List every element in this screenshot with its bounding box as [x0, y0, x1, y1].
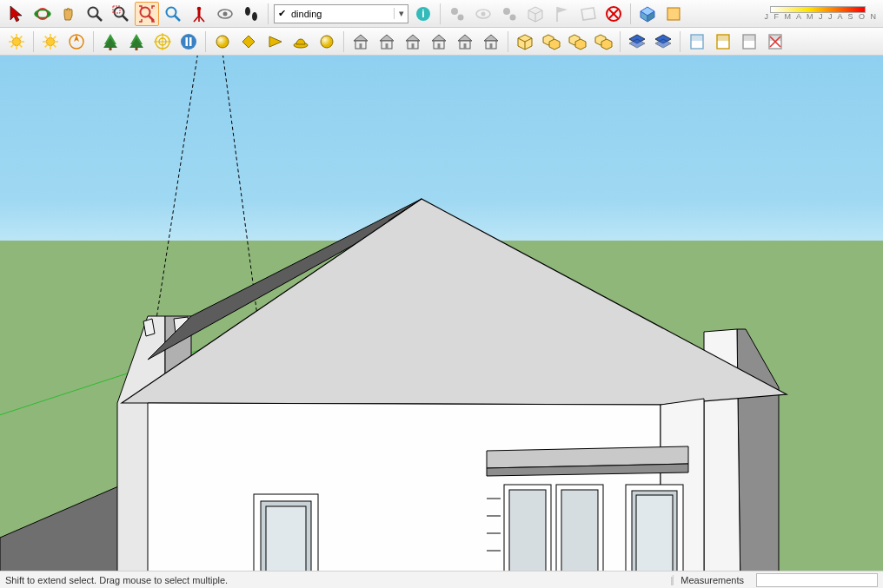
- sheet1-icon[interactable]: [685, 30, 709, 54]
- toolbar-row-2: [0, 28, 883, 56]
- front-icon[interactable]: [661, 2, 686, 26]
- sphere-icon[interactable]: [210, 30, 235, 54]
- tree2-icon[interactable]: [124, 30, 149, 54]
- toolbar-separator: [268, 3, 269, 24]
- sheet2-icon[interactable]: [711, 30, 735, 54]
- iso-icon[interactable]: [635, 2, 660, 26]
- flag-icon[interactable]: [549, 2, 574, 26]
- north-icon[interactable]: [64, 30, 89, 54]
- poly-icon[interactable]: [575, 2, 600, 26]
- layer2-icon[interactable]: [651, 30, 675, 54]
- house4-icon[interactable]: [427, 30, 451, 54]
- house6-icon[interactable]: [479, 30, 503, 54]
- svg-marker-64: [74, 35, 79, 42]
- svg-marker-83: [354, 35, 368, 41]
- house1-icon[interactable]: [349, 30, 373, 54]
- svg-marker-37: [581, 8, 595, 20]
- svg-point-20: [223, 11, 228, 16]
- zoom-window-icon[interactable]: [109, 2, 133, 26]
- hardhat-icon[interactable]: [289, 30, 313, 54]
- svg-rect-149: [561, 490, 598, 571]
- cube-icon[interactable]: [523, 2, 548, 26]
- svg-point-75: [181, 34, 196, 50]
- toolbar-separator: [630, 3, 631, 24]
- zoom-prev-icon[interactable]: [161, 2, 185, 26]
- sheet3-icon[interactable]: [737, 30, 761, 54]
- tree1-icon[interactable]: [98, 30, 123, 54]
- svg-marker-89: [406, 35, 420, 41]
- svg-point-7: [115, 7, 124, 17]
- eye2-icon[interactable]: [471, 2, 495, 26]
- house2-icon[interactable]: [375, 30, 399, 54]
- layer-info-icon[interactable]: i: [411, 2, 435, 26]
- svg-point-28: [481, 11, 486, 16]
- sheet4-icon[interactable]: [763, 30, 787, 54]
- arrow-icon[interactable]: [262, 30, 287, 54]
- pause-icon[interactable]: [176, 30, 201, 54]
- target-icon[interactable]: [150, 30, 175, 54]
- gear1-icon[interactable]: [445, 2, 469, 26]
- svg-line-11: [149, 16, 154, 21]
- svg-point-10: [141, 7, 150, 17]
- svg-line-17: [199, 16, 204, 22]
- svg-marker-116: [691, 35, 703, 41]
- svg-rect-147: [509, 490, 546, 571]
- svg-marker-0: [10, 6, 22, 22]
- boxa-icon[interactable]: [513, 30, 537, 54]
- svg-point-82: [321, 36, 333, 48]
- house5-icon[interactable]: [453, 30, 477, 54]
- walk-icon[interactable]: [239, 2, 263, 26]
- plane-icon[interactable]: [236, 30, 261, 54]
- svg-point-26: [458, 14, 464, 20]
- boxc-icon[interactable]: [565, 30, 589, 54]
- svg-rect-44: [667, 8, 680, 20]
- svg-line-6: [96, 16, 102, 21]
- svg-line-13: [175, 16, 180, 21]
- toolbar-separator: [93, 31, 94, 52]
- svg-marker-120: [743, 35, 755, 41]
- svg-point-78: [216, 36, 229, 48]
- toolbar-separator: [508, 31, 508, 52]
- zoom-icon[interactable]: [83, 2, 107, 26]
- svg-rect-91: [412, 43, 415, 49]
- svg-marker-106: [549, 39, 560, 50]
- layer-combo[interactable]: ✔▾: [274, 4, 408, 23]
- house3-icon[interactable]: [401, 30, 425, 54]
- layer-visible-check[interactable]: ✔: [275, 8, 289, 19]
- toolbar-separator: [440, 3, 441, 24]
- svg-point-12: [167, 7, 176, 17]
- boxd-icon[interactable]: [591, 30, 615, 54]
- gear2-icon[interactable]: [497, 2, 521, 26]
- svg-marker-108: [575, 39, 586, 50]
- model-house[interactable]: [0, 56, 883, 571]
- boxb-icon[interactable]: [539, 30, 563, 54]
- look-around-icon[interactable]: [213, 2, 237, 26]
- svg-point-21: [245, 7, 250, 16]
- zoom-extents-icon[interactable]: [135, 2, 159, 26]
- svg-line-16: [194, 16, 199, 22]
- svg-rect-67: [110, 47, 112, 50]
- toolbar-separator: [205, 31, 206, 52]
- measurements-input[interactable]: [756, 573, 878, 587]
- layer1-icon[interactable]: [625, 30, 649, 54]
- layer-dropdown-icon[interactable]: ▾: [394, 8, 408, 19]
- status-hint: Shift to extend select. Drag mouse to se…: [5, 575, 670, 585]
- shadow-icon[interactable]: [4, 30, 29, 54]
- orbit-icon[interactable]: [30, 2, 55, 26]
- sun-icon[interactable]: [38, 30, 63, 54]
- toolbar-separator: [680, 31, 681, 52]
- svg-point-29: [503, 8, 510, 15]
- toolbar-separator: [33, 31, 34, 52]
- select-icon[interactable]: [4, 2, 29, 26]
- svg-rect-76: [186, 37, 189, 46]
- svg-marker-110: [601, 39, 612, 50]
- viewport-3d[interactable]: [0, 56, 883, 571]
- cancel-icon[interactable]: [601, 2, 626, 26]
- measurements-label: Measurements: [673, 575, 751, 585]
- position-camera-icon[interactable]: [187, 2, 211, 26]
- sphere2-icon[interactable]: [315, 30, 339, 54]
- layer-name-input[interactable]: [289, 9, 394, 19]
- svg-marker-86: [380, 35, 394, 41]
- pan-icon[interactable]: [56, 2, 81, 26]
- svg-line-8: [123, 16, 128, 21]
